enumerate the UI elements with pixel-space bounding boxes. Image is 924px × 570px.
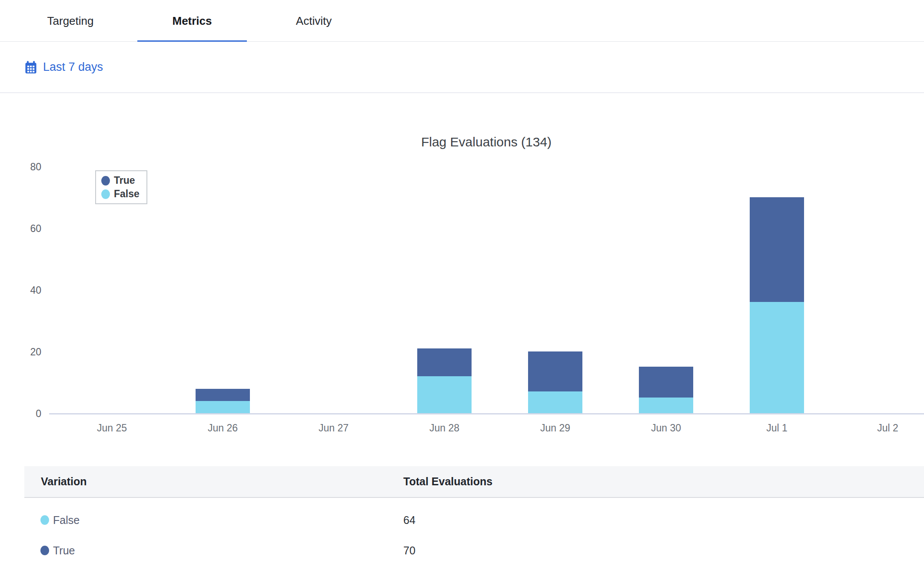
bar-segment-false-jul-1: [750, 302, 804, 413]
bar-segment-true-jul-1: [750, 197, 804, 302]
table-row-false: False64: [24, 505, 924, 535]
total-evaluations-value: 70: [403, 544, 415, 557]
tab-activity[interactable]: Activity: [259, 0, 369, 42]
calendar-icon: [24, 60, 38, 75]
tab-bar: Targeting Metrics Activity: [0, 0, 924, 42]
legend-dot-false: [101, 189, 110, 199]
legend-label: False: [114, 188, 140, 200]
flag-metrics-page: Targeting Metrics Activity: [0, 0, 924, 570]
variation-cell: False: [24, 514, 403, 527]
chart-legend: TrueFalse: [95, 170, 147, 204]
x-axis-label: Jun 26: [167, 422, 278, 434]
variation-color-dot: [40, 515, 49, 525]
variation-table: Variation Total Evaluations False64True7…: [24, 466, 924, 566]
variation-color-dot: [40, 546, 49, 555]
bar-segment-false-jun-26: [196, 401, 250, 413]
x-axis-label: Jul 2: [832, 422, 924, 434]
chart-title: Flag Evaluations (134): [0, 135, 924, 149]
y-axis-tick-label: 60: [13, 223, 41, 234]
bar-segment-false-jun-30: [639, 398, 693, 413]
table-body: False64True70: [24, 505, 924, 566]
legend-dot-true: [101, 176, 110, 186]
y-axis-tick-label: 0: [13, 408, 41, 419]
y-axis-tick-label: 40: [13, 285, 41, 295]
x-axis-label: Jul 1: [721, 422, 832, 434]
bar-segment-false-jun-29: [528, 391, 582, 413]
y-axis-tick-label: 80: [13, 162, 41, 172]
tab-metrics[interactable]: Metrics: [137, 0, 247, 42]
y-axis-tick-label: 20: [13, 347, 41, 357]
bar-segment-true-jun-30: [639, 367, 693, 398]
x-axis-label: Jun 25: [57, 422, 167, 434]
variation-label: True: [53, 544, 75, 557]
bar-segment-true-jun-28: [417, 348, 472, 376]
table-header-row: Variation Total Evaluations: [24, 466, 924, 498]
tab-targeting[interactable]: Targeting: [16, 0, 125, 42]
date-range-button[interactable]: Last 7 days: [24, 60, 103, 75]
flag-evaluations-chart: Flag Evaluations (134) TrueFalse 0204060…: [0, 93, 924, 466]
column-header-variation: Variation: [24, 475, 403, 488]
legend-label: True: [114, 175, 135, 186]
legend-item-false[interactable]: False: [101, 188, 140, 200]
bar-segment-false-jun-28: [417, 376, 472, 413]
x-axis-line: [49, 413, 924, 414]
legend-item-true[interactable]: True: [101, 175, 140, 186]
x-axis-label: Jun 29: [500, 422, 611, 434]
date-filter-row: Last 7 days: [0, 42, 924, 93]
variation-cell: True: [24, 544, 403, 557]
bar-segment-true-jun-26: [196, 389, 250, 401]
total-evaluations-value: 64: [403, 514, 415, 527]
table-row-true: True70: [24, 535, 924, 566]
column-header-total-evaluations: Total Evaluations: [403, 475, 492, 488]
x-axis-label: Jun 27: [278, 422, 389, 434]
date-range-label: Last 7 days: [43, 60, 103, 74]
variation-label: False: [53, 514, 80, 527]
bar-segment-true-jun-29: [528, 351, 582, 391]
x-axis-label: Jun 30: [611, 422, 721, 434]
x-axis-label: Jun 28: [389, 422, 500, 434]
